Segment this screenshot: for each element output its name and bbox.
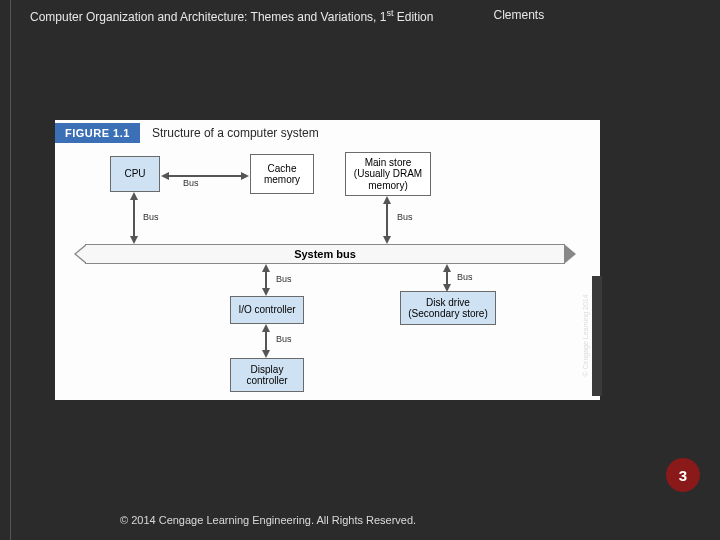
figure-tag: FIGURE 1.1 [55, 123, 140, 143]
svg-marker-5 [130, 236, 138, 244]
svg-marker-16 [262, 324, 270, 332]
title-post: Edition [393, 10, 433, 24]
svg-marker-1 [161, 172, 169, 180]
page-number-badge: 3 [666, 458, 700, 492]
arrow-cpu-bus [126, 192, 142, 244]
display-controller-block: Display controller [230, 358, 304, 392]
slide-header: Computer Organization and Architecture: … [0, 8, 720, 24]
svg-marker-13 [443, 264, 451, 272]
footer-copyright: © 2014 Cengage Learning Engineering. All… [120, 514, 416, 526]
figure-caption: Structure of a computer system [152, 126, 319, 140]
arrow-main-bus [379, 196, 395, 244]
svg-marker-8 [383, 236, 391, 244]
svg-marker-11 [262, 288, 270, 296]
system-bus-bar: System bus [85, 244, 565, 264]
arrow-cpu-cache [161, 168, 249, 184]
bus-label-cpu-cache: Bus [183, 178, 199, 188]
left-rule-decoration [10, 0, 11, 540]
bus-label-io-display: Bus [276, 334, 292, 344]
bus-arrow-left-icon [76, 245, 87, 263]
diagram-area: CPU Cache memory Main store (Usually DRA… [55, 146, 600, 400]
figure-header: FIGURE 1.1 Structure of a computer syste… [55, 120, 600, 146]
arrow-bus-io [258, 264, 274, 296]
svg-marker-14 [443, 284, 451, 292]
svg-marker-17 [262, 350, 270, 358]
book-title: Computer Organization and Architecture: … [30, 8, 433, 24]
bus-label-bus-disk: Bus [457, 272, 473, 282]
main-store-block: Main store (Usually DRAM memory) [345, 152, 431, 196]
image-credit-text: © Cengage Learning 2014 [582, 294, 589, 376]
bus-label-main-bus: Bus [397, 212, 413, 222]
cpu-block: CPU [110, 156, 160, 192]
page-number: 3 [679, 467, 687, 484]
arrow-bus-disk [439, 264, 455, 292]
author-name: Clements [493, 8, 544, 24]
bus-label-bus-io: Bus [276, 274, 292, 284]
bus-arrow-right-icon [563, 245, 574, 263]
cache-block: Cache memory [250, 154, 314, 194]
svg-marker-2 [241, 172, 249, 180]
arrow-io-display [258, 324, 274, 358]
svg-marker-10 [262, 264, 270, 272]
system-bus-label: System bus [294, 248, 356, 260]
svg-marker-4 [130, 192, 138, 200]
svg-marker-7 [383, 196, 391, 204]
disk-drive-block: Disk drive (Secondary store) [400, 291, 496, 325]
title-pre: Computer Organization and Architecture: … [30, 10, 386, 24]
image-credit-strip: © Cengage Learning 2014 [592, 276, 602, 396]
figure-panel: FIGURE 1.1 Structure of a computer syste… [55, 120, 600, 400]
io-controller-block: I/O controller [230, 296, 304, 324]
bus-label-cpu-bus: Bus [143, 212, 159, 222]
